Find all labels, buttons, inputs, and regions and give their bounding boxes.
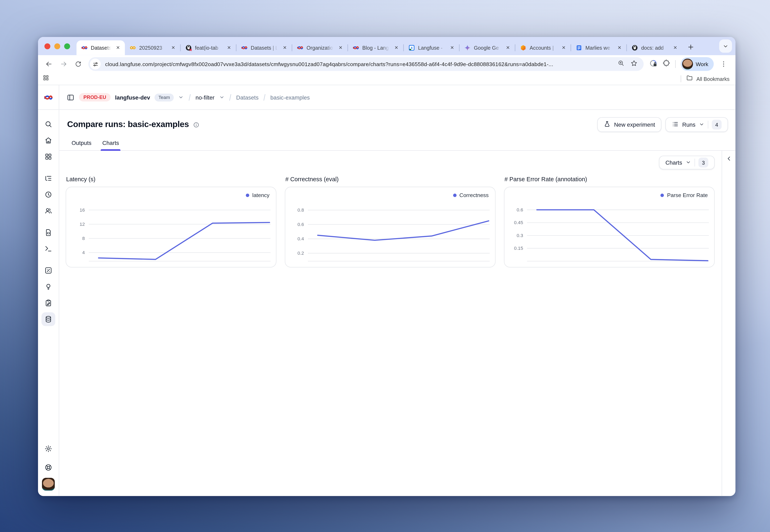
- browser-profile-chip[interactable]: Work: [681, 57, 714, 71]
- legend-label: Parse Error Rate: [667, 192, 708, 198]
- breadcrumb-section[interactable]: Datasets: [236, 94, 259, 100]
- chart-title: # Correctness (eval): [285, 176, 495, 183]
- all-bookmarks-button[interactable]: All Bookmarks: [697, 76, 730, 82]
- runs-dropdown-button[interactable]: Runs 4: [666, 117, 728, 132]
- sidebar-toggle-icon[interactable]: [67, 93, 74, 101]
- close-window-button[interactable]: [44, 43, 50, 49]
- svg-text:0.15: 0.15: [514, 246, 523, 251]
- site-settings-icon[interactable]: [90, 59, 101, 70]
- sidebar-item-search[interactable]: [41, 117, 55, 131]
- sidebar-item-datasets[interactable]: [41, 312, 55, 326]
- sidebar-item-support[interactable]: [41, 460, 55, 474]
- githubx-favicon: [185, 44, 192, 51]
- reload-button[interactable]: [71, 57, 85, 71]
- zoom-page-icon[interactable]: [617, 60, 624, 68]
- tab-close-icon[interactable]: ✕: [672, 44, 679, 51]
- sidebar-item-insights[interactable]: [41, 280, 55, 293]
- new-tab-button[interactable]: [684, 40, 697, 53]
- sidebar-item-evaluation[interactable]: [41, 263, 55, 277]
- bookmark-star-icon[interactable]: [630, 59, 638, 69]
- folder-icon: [686, 74, 693, 83]
- sidebar-item-home[interactable]: [41, 133, 55, 147]
- tab-close-icon[interactable]: ✕: [560, 44, 567, 51]
- browser-tab-11[interactable]: docs: add✕: [627, 40, 682, 55]
- bookmarks-divider: [681, 75, 681, 82]
- calendar-favicon: 6: [408, 44, 415, 51]
- sidebar-item-annotation[interactable]: [41, 296, 55, 310]
- breadcrumb-item[interactable]: basic-examples: [270, 94, 310, 100]
- password-manager-icon[interactable]: [649, 59, 657, 69]
- svg-text:0.2: 0.2: [298, 251, 304, 256]
- browser-tab-5[interactable]: Organizatio✕: [292, 40, 347, 55]
- sidebar-item-dashboards[interactable]: [41, 149, 55, 163]
- gemini-favicon: [464, 44, 471, 51]
- browser-menu-button[interactable]: [719, 57, 729, 71]
- tab-close-icon[interactable]: ✕: [393, 44, 400, 51]
- tab-close-icon[interactable]: ✕: [449, 44, 456, 51]
- charts-dropdown-button[interactable]: Charts 3: [659, 156, 715, 169]
- charts-count-badge: 3: [699, 158, 708, 167]
- collapse-panel-chevron[interactable]: [725, 155, 732, 496]
- tab-close-icon[interactable]: ✕: [226, 44, 233, 51]
- apps-grid-icon[interactable]: [42, 74, 49, 83]
- langfuse-favicon: [241, 44, 248, 51]
- org-chevron-down-icon[interactable]: [178, 95, 184, 100]
- flask-icon: [604, 121, 611, 128]
- tab-close-icon[interactable]: ✕: [281, 44, 288, 51]
- tab-charts[interactable]: Charts: [98, 137, 123, 150]
- github-favicon: [631, 44, 638, 51]
- sidebar-item-playground[interactable]: [41, 242, 55, 255]
- new-experiment-button[interactable]: New experiment: [597, 117, 662, 132]
- tab-close-icon[interactable]: ✕: [170, 44, 177, 51]
- browser-tab-3[interactable]: feat(io-tab✕: [180, 40, 236, 55]
- browser-tab-8[interactable]: Google Ge✕: [460, 40, 515, 55]
- svg-text:0.6: 0.6: [298, 222, 304, 227]
- user-avatar[interactable]: [42, 478, 55, 491]
- info-icon[interactable]: [193, 122, 199, 128]
- browser-tab-4[interactable]: Datasets | L✕: [237, 40, 292, 55]
- tab-close-icon[interactable]: ✕: [504, 44, 511, 51]
- sidebar-item-prompts[interactable]: [41, 225, 55, 239]
- chart-card: 0.80.60.40.2Correctness: [285, 187, 495, 268]
- sidebar-item-tracing[interactable]: [41, 171, 55, 185]
- extensions-puzzle-icon[interactable]: [662, 59, 670, 69]
- chart-block-2: # Correctness (eval)0.80.60.40.2Correctn…: [285, 170, 495, 268]
- url-text: cloud.langfuse.com/project/cmfwgv8fx002o…: [105, 61, 613, 67]
- browser-tab-1[interactable]: Datasets | L✕: [76, 40, 125, 55]
- org-name[interactable]: langfuse-dev: [115, 94, 150, 100]
- window-controls: [38, 37, 76, 55]
- svg-text:8: 8: [82, 236, 85, 241]
- sidebar-item-users[interactable]: [41, 204, 55, 217]
- bookmarks-bar: All Bookmarks: [38, 73, 736, 85]
- chevron-down-icon: [686, 159, 691, 166]
- tab-title: feat(io-tab: [195, 45, 223, 51]
- tab-close-icon[interactable]: ✕: [114, 44, 121, 51]
- sidebar-item-settings[interactable]: [41, 442, 55, 455]
- tab-close-icon[interactable]: ✕: [337, 44, 344, 51]
- tab-search-button[interactable]: [719, 39, 732, 53]
- forward-button[interactable]: [57, 57, 70, 71]
- project-chevron-down-icon[interactable]: [219, 95, 224, 100]
- toolbar-divider: [675, 60, 676, 68]
- browser-tab-2[interactable]: 20250923✕: [125, 40, 180, 55]
- browser-tab-9[interactable]: Accounts |✕: [515, 40, 570, 55]
- runs-count-badge: 4: [712, 120, 722, 130]
- project-name[interactable]: no-filter: [196, 94, 215, 100]
- back-button[interactable]: [42, 57, 55, 71]
- tab-outputs[interactable]: Outputs: [67, 137, 96, 150]
- chart-legend: latency: [246, 192, 270, 198]
- tab-title: 20250923: [139, 45, 167, 51]
- url-bar[interactable]: cloud.langfuse.com/project/cmfwgv8fx002o…: [88, 57, 644, 71]
- browser-tab-7[interactable]: 6Langfuse -✕: [404, 40, 459, 55]
- browser-tab-10[interactable]: Marlies we✕: [571, 40, 627, 55]
- legend-label: latency: [252, 192, 270, 198]
- langfuse-favicon: [352, 44, 359, 51]
- zoom-window-button[interactable]: [64, 43, 70, 49]
- profile-label: Work: [696, 61, 708, 67]
- minimize-window-button[interactable]: [54, 43, 60, 49]
- browser-tab-6[interactable]: Blog - Lang✕: [348, 40, 403, 55]
- legend-dot-icon: [246, 193, 250, 197]
- langfuse-logo[interactable]: [38, 85, 59, 110]
- sidebar-item-sessions[interactable]: [41, 187, 55, 201]
- tab-close-icon[interactable]: ✕: [616, 44, 623, 51]
